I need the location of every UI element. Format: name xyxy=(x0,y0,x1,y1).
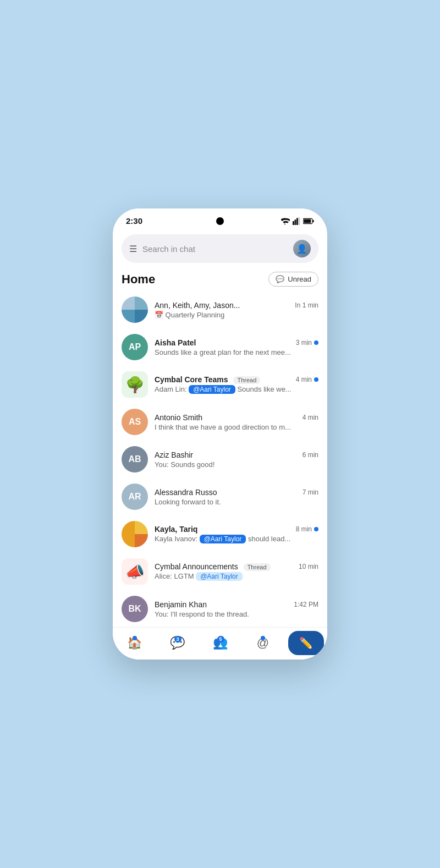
chat-preview: Kayla Ivanov: @Aari Taylor should lead..… xyxy=(155,535,318,543)
mention-tag: @Aari Taylor xyxy=(189,385,235,394)
list-item[interactable]: Kayla, Tariq 8 min Kayla Ivanov: @Aari T… xyxy=(113,515,327,553)
chat-time: 3 min xyxy=(296,339,318,347)
list-item[interactable]: AB Aziz Bashir 6 min You: Sounds good! xyxy=(113,441,327,478)
chat-content: Alessandra Russo 7 min Looking forward t… xyxy=(155,488,318,506)
chat-top: Kayla, Tariq 8 min xyxy=(155,525,318,534)
chat-top: Alessandra Russo 7 min xyxy=(155,488,318,497)
chat-avatar: AR xyxy=(122,484,148,510)
chat-content: Aisha Patel 3 min Sounds like a great pl… xyxy=(155,338,318,356)
svg-rect-1 xyxy=(295,219,296,225)
chat-top: Benjamin Khan 1:42 PM xyxy=(155,600,318,609)
search-bar[interactable]: ☰ Search in chat 👤 xyxy=(122,234,318,263)
compose-icon: ✏️ xyxy=(299,636,313,650)
svg-rect-5 xyxy=(304,219,311,223)
chat-preview: I think that we have a good direction to… xyxy=(155,423,318,431)
nav-mentions[interactable]: @ xyxy=(241,631,284,655)
battery-icon xyxy=(303,218,314,224)
list-item[interactable]: Ann, Keith, Amy, Jason... In 1 min 📅 Qua… xyxy=(113,291,327,328)
mention-tag: @Aari Taylor xyxy=(196,572,243,581)
chat-avatar: 🌳 xyxy=(122,371,148,398)
unread-icon: 💬 xyxy=(276,275,284,283)
spaces-badge: 5 xyxy=(217,636,224,642)
chat-content: Cymbal Core Teams Thread 4 min Adam Lin:… xyxy=(155,375,318,394)
chat-content: Ann, Keith, Amy, Jason... In 1 min 📅 Qua… xyxy=(155,301,318,319)
chat-name: Ann, Keith, Amy, Jason... xyxy=(155,301,240,310)
chat-preview: You: Sounds good! xyxy=(155,460,318,469)
chat-avatar: AP xyxy=(122,334,148,360)
nav-spaces[interactable]: 👥 5 xyxy=(199,631,241,655)
chat-avatar: BK xyxy=(122,596,148,622)
nav-home[interactable]: 🏠 xyxy=(113,631,156,655)
chat-name: Aisha Patel xyxy=(155,338,196,347)
chat-name: Alessandra Russo xyxy=(155,488,217,497)
phone-frame: 2:30 ☰ Search in chat 👤 xyxy=(113,208,327,660)
list-item[interactable]: AP Aisha Patel 3 min Sounds like a great… xyxy=(113,328,327,366)
chat-content: Cymbal Announcements Thread 10 min Alice… xyxy=(155,562,318,581)
nav-compose[interactable]: ✏️ xyxy=(284,631,327,655)
status-time: 2:30 xyxy=(126,216,142,226)
thread-badge: Thread xyxy=(244,563,271,571)
chat-time: 4 min xyxy=(296,376,318,383)
chat-preview: You: I'll respond to the thread. xyxy=(155,610,318,618)
mention-tag: @Aari Taylor xyxy=(200,535,246,543)
unread-dot xyxy=(314,527,318,531)
unread-dot xyxy=(314,340,318,345)
group-avatar xyxy=(122,521,148,547)
list-item[interactable]: AS Antonio Smith 4 min I think that we h… xyxy=(113,403,327,441)
svg-rect-2 xyxy=(296,218,298,225)
chat-content: Benjamin Khan 1:42 PM You: I'll respond … xyxy=(155,600,318,618)
svg-rect-3 xyxy=(299,217,300,225)
chat-time: In 1 min xyxy=(295,301,318,309)
chat-list: Ann, Keith, Amy, Jason... In 1 min 📅 Qua… xyxy=(113,291,327,649)
status-bar: 2:30 xyxy=(113,208,327,230)
wifi-icon xyxy=(280,217,290,225)
signal-icon xyxy=(293,217,300,225)
chat-name: Aziz Bashir xyxy=(155,451,193,459)
chat-top: Cymbal Core Teams Thread 4 min xyxy=(155,375,318,384)
search-placeholder: Search in chat xyxy=(142,244,288,254)
group-avatar xyxy=(122,296,148,323)
chat-content: Kayla, Tariq 8 min Kayla Ivanov: @Aari T… xyxy=(155,525,318,543)
user-avatar[interactable]: 👤 xyxy=(293,240,311,257)
chat-time: 6 min xyxy=(302,451,318,459)
svg-rect-0 xyxy=(293,221,294,225)
camera-dot xyxy=(216,217,224,225)
compose-button[interactable]: ✏️ xyxy=(288,631,324,655)
list-item[interactable]: AR Alessandra Russo 7 min Looking forwar… xyxy=(113,478,327,515)
chat-avatar: AB xyxy=(122,446,148,473)
chat-name: Cymbal Announcements Thread xyxy=(155,562,271,571)
chat-preview: Adam Lin: @Aari Taylor Sounds like we... xyxy=(155,385,318,394)
chat-time: 8 min xyxy=(296,525,318,533)
chat-top: Ann, Keith, Amy, Jason... In 1 min xyxy=(155,301,318,310)
chat-content: Aziz Bashir 6 min You: Sounds good! xyxy=(155,451,318,469)
hamburger-icon[interactable]: ☰ xyxy=(129,244,137,254)
chat-name: Kayla, Tariq xyxy=(155,525,197,534)
chat-content: Antonio Smith 4 min I think that we have… xyxy=(155,413,318,431)
chat-name: Benjamin Khan xyxy=(155,600,207,609)
list-item[interactable]: 📣 Cymbal Announcements Thread 10 min Ali… xyxy=(113,553,327,590)
nav-chat[interactable]: 💬 3 xyxy=(156,631,199,655)
chat-preview: Sounds like a great plan for the next me… xyxy=(155,348,318,356)
unread-button[interactable]: 💬 Unread xyxy=(268,272,318,287)
chat-top: Cymbal Announcements Thread 10 min xyxy=(155,562,318,571)
chat-preview: Looking forward to it. xyxy=(155,498,318,506)
chat-time: 1:42 PM xyxy=(294,601,318,608)
chat-time: 4 min xyxy=(302,414,318,421)
chat-avatar: AS xyxy=(122,409,148,435)
chat-time: 10 min xyxy=(299,563,318,570)
home-header: Home 💬 Unread xyxy=(113,270,327,291)
chat-preview: Alice: LGTM @Aari Taylor xyxy=(155,572,318,581)
chat-top: Aziz Bashir 6 min xyxy=(155,451,318,459)
chat-avatar: 📣 xyxy=(122,558,148,585)
list-item[interactable]: 🌳 Cymbal Core Teams Thread 4 min Adam Li… xyxy=(113,366,327,403)
chat-name: Cymbal Core Teams Thread xyxy=(155,375,260,384)
status-icons xyxy=(280,217,314,225)
chat-top: Aisha Patel 3 min xyxy=(155,338,318,347)
chat-badge: 3 xyxy=(174,636,182,642)
unread-dot xyxy=(314,377,318,382)
bottom-nav: 🏠 💬 3 👥 5 @ ✏️ xyxy=(113,627,327,660)
chat-top: Antonio Smith 4 min xyxy=(155,413,318,422)
svg-rect-6 xyxy=(312,219,314,222)
calendar-icon: 📅 xyxy=(155,311,163,319)
list-item[interactable]: BK Benjamin Khan 1:42 PM You: I'll respo… xyxy=(113,590,327,628)
